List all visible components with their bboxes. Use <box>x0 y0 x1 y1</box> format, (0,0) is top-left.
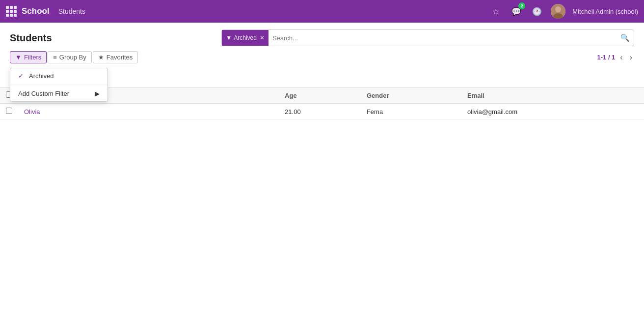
archived-check-icon: ✓ <box>18 72 25 80</box>
add-custom-filter-item[interactable]: Add Custom Filter ▶ <box>10 86 107 101</box>
page-title: Students <box>10 32 215 44</box>
pagination-next-button[interactable]: › <box>628 52 634 63</box>
col-age: Age <box>279 87 361 104</box>
filters-label: Filters <box>24 54 41 61</box>
filters-dropdown: ✓ Archived Add Custom Filter ▶ <box>10 68 108 102</box>
chat-badge: 2 <box>518 2 525 9</box>
avatar[interactable] <box>551 4 565 19</box>
clock-icon[interactable]: 🕐 <box>530 4 544 18</box>
star-icon[interactable]: ☆ <box>489 4 503 18</box>
col-gender: Gender <box>361 87 461 104</box>
filter-bar-left: ▼ Filters ✓ Archived Add Custom Filter ▶ <box>10 51 138 63</box>
module-label: Students <box>58 7 85 15</box>
row-gender: Fema <box>361 104 461 120</box>
pagination-prev-button[interactable]: ‹ <box>618 52 624 63</box>
app-title: School <box>22 6 50 16</box>
chat-icon[interactable]: 💬 2 <box>510 4 523 18</box>
favorites-icon: ★ <box>98 54 104 61</box>
row-age: 21.00 <box>279 104 361 120</box>
filter-tag-label: Archived <box>234 34 257 41</box>
archived-label: Archived <box>29 72 54 80</box>
add-custom-filter-label: Add Custom Filter <box>18 90 69 97</box>
row-email: olivia@gmail.com <box>461 104 644 120</box>
table-row: Olivia 21.00 Fema olivia@gmail.com <box>0 104 644 120</box>
main-content: Students ▼ Archived ✕ 🔍 ▼ Filters <box>0 23 644 313</box>
page-header: Students ▼ Archived ✕ 🔍 <box>0 23 644 51</box>
topnav-icons: ☆ 💬 2 🕐 Mitchell Admin (school) <box>489 4 638 19</box>
favorites-label: Favorites <box>107 54 133 61</box>
top-navigation: School Students ☆ 💬 2 🕐 Mitchell Admin (… <box>0 0 644 23</box>
search-bar: ▼ Archived ✕ 🔍 <box>221 29 634 46</box>
student-name-link[interactable]: Olivia <box>24 108 40 115</box>
search-submit-icon[interactable]: 🔍 <box>617 30 634 46</box>
filter-funnel-icon: ▼ <box>226 34 232 41</box>
filter-bar-right: 1-1 / 1 ‹ › <box>597 52 634 63</box>
filters-section: ▼ Filters ✓ Archived Add Custom Filter ▶ <box>10 51 47 63</box>
row-name[interactable]: Olivia <box>18 104 279 120</box>
groupby-icon: ≡ <box>53 54 57 61</box>
filter-bar: ▼ Filters ✓ Archived Add Custom Filter ▶ <box>0 51 644 67</box>
filter-tag-close-icon[interactable]: ✕ <box>260 34 265 41</box>
groupby-button[interactable]: ≡ Group By <box>48 51 92 63</box>
apps-menu-icon[interactable] <box>6 6 17 17</box>
dropdown-separator <box>10 85 107 85</box>
pagination-info: 1-1 / 1 <box>597 54 615 61</box>
filters-button[interactable]: ▼ Filters <box>10 51 47 63</box>
active-filter-tag: ▼ Archived ✕ <box>222 30 268 46</box>
favorites-button[interactable]: ★ Favorites <box>93 51 138 63</box>
groupby-label: Group By <box>59 54 86 61</box>
svg-point-1 <box>555 6 561 12</box>
row-checkbox-cell[interactable] <box>0 104 18 120</box>
search-input[interactable] <box>268 30 617 46</box>
col-email: Email <box>461 87 644 104</box>
username-label[interactable]: Mitchell Admin (school) <box>572 8 638 15</box>
row-checkbox[interactable] <box>6 108 12 114</box>
custom-filter-arrow-icon: ▶ <box>95 90 100 97</box>
filter-archived-item[interactable]: ✓ Archived <box>10 68 107 84</box>
filters-icon: ▼ <box>15 54 22 61</box>
